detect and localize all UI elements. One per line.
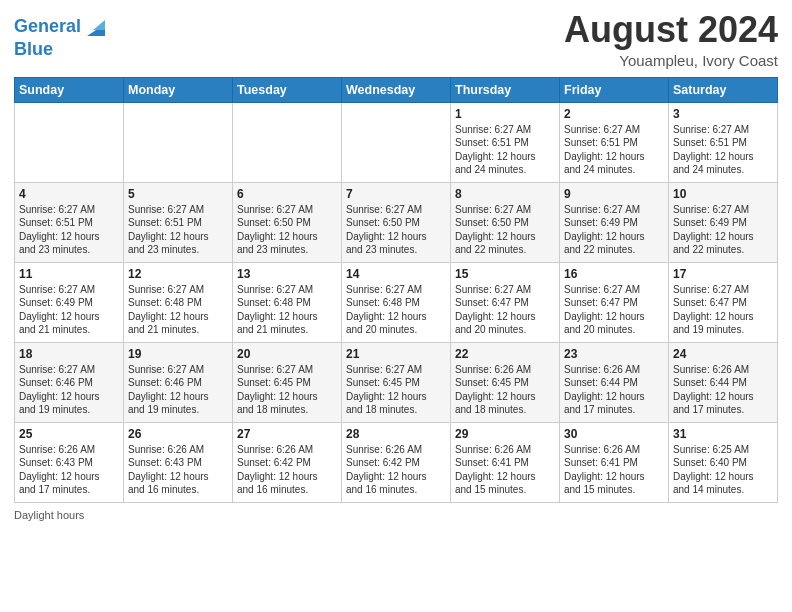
day-cell [233,102,342,182]
day-info: Sunrise: 6:27 AM Sunset: 6:51 PM Dayligh… [673,123,773,177]
day-info: Sunrise: 6:27 AM Sunset: 6:49 PM Dayligh… [19,283,119,337]
day-number: 19 [128,347,228,361]
day-cell: 11Sunrise: 6:27 AM Sunset: 6:49 PM Dayli… [15,262,124,342]
daylight-label: Daylight hours [14,509,84,521]
day-cell [124,102,233,182]
day-info: Sunrise: 6:27 AM Sunset: 6:48 PM Dayligh… [128,283,228,337]
day-info: Sunrise: 6:26 AM Sunset: 6:43 PM Dayligh… [19,443,119,497]
day-cell: 28Sunrise: 6:26 AM Sunset: 6:42 PM Dayli… [342,422,451,502]
day-cell: 2Sunrise: 6:27 AM Sunset: 6:51 PM Daylig… [560,102,669,182]
day-number: 11 [19,267,119,281]
day-cell: 19Sunrise: 6:27 AM Sunset: 6:46 PM Dayli… [124,342,233,422]
logo-blue-text: Blue [14,40,109,60]
day-number: 29 [455,427,555,441]
day-cell: 22Sunrise: 6:26 AM Sunset: 6:45 PM Dayli… [451,342,560,422]
day-number: 18 [19,347,119,361]
day-number: 10 [673,187,773,201]
col-header-monday: Monday [124,77,233,102]
day-info: Sunrise: 6:26 AM Sunset: 6:44 PM Dayligh… [564,363,664,417]
day-number: 27 [237,427,337,441]
day-cell: 13Sunrise: 6:27 AM Sunset: 6:48 PM Dayli… [233,262,342,342]
day-cell: 4Sunrise: 6:27 AM Sunset: 6:51 PM Daylig… [15,182,124,262]
day-cell: 26Sunrise: 6:26 AM Sunset: 6:43 PM Dayli… [124,422,233,502]
day-cell: 16Sunrise: 6:27 AM Sunset: 6:47 PM Dayli… [560,262,669,342]
day-number: 3 [673,107,773,121]
day-cell [15,102,124,182]
svg-marker-1 [93,20,105,30]
day-cell: 3Sunrise: 6:27 AM Sunset: 6:51 PM Daylig… [669,102,778,182]
day-info: Sunrise: 6:27 AM Sunset: 6:49 PM Dayligh… [673,203,773,257]
day-info: Sunrise: 6:26 AM Sunset: 6:42 PM Dayligh… [237,443,337,497]
day-number: 7 [346,187,446,201]
day-cell: 15Sunrise: 6:27 AM Sunset: 6:47 PM Dayli… [451,262,560,342]
day-info: Sunrise: 6:27 AM Sunset: 6:46 PM Dayligh… [19,363,119,417]
day-cell: 8Sunrise: 6:27 AM Sunset: 6:50 PM Daylig… [451,182,560,262]
calendar-page: General Blue August 2024 Youampleu, Ivor… [0,0,792,612]
day-number: 9 [564,187,664,201]
calendar-title: August 2024 [564,10,778,50]
day-cell: 31Sunrise: 6:25 AM Sunset: 6:40 PM Dayli… [669,422,778,502]
header: General Blue August 2024 Youampleu, Ivor… [14,10,778,69]
day-info: Sunrise: 6:27 AM Sunset: 6:48 PM Dayligh… [346,283,446,337]
day-cell: 24Sunrise: 6:26 AM Sunset: 6:44 PM Dayli… [669,342,778,422]
day-info: Sunrise: 6:27 AM Sunset: 6:50 PM Dayligh… [237,203,337,257]
day-info: Sunrise: 6:26 AM Sunset: 6:41 PM Dayligh… [564,443,664,497]
day-info: Sunrise: 6:27 AM Sunset: 6:45 PM Dayligh… [346,363,446,417]
day-cell: 12Sunrise: 6:27 AM Sunset: 6:48 PM Dayli… [124,262,233,342]
day-number: 25 [19,427,119,441]
day-number: 5 [128,187,228,201]
day-cell [342,102,451,182]
day-number: 12 [128,267,228,281]
day-cell: 7Sunrise: 6:27 AM Sunset: 6:50 PM Daylig… [342,182,451,262]
day-cell: 30Sunrise: 6:26 AM Sunset: 6:41 PM Dayli… [560,422,669,502]
day-info: Sunrise: 6:27 AM Sunset: 6:47 PM Dayligh… [564,283,664,337]
day-info: Sunrise: 6:26 AM Sunset: 6:42 PM Dayligh… [346,443,446,497]
day-cell: 27Sunrise: 6:26 AM Sunset: 6:42 PM Dayli… [233,422,342,502]
day-cell: 18Sunrise: 6:27 AM Sunset: 6:46 PM Dayli… [15,342,124,422]
week-row-1: 1Sunrise: 6:27 AM Sunset: 6:51 PM Daylig… [15,102,778,182]
day-info: Sunrise: 6:27 AM Sunset: 6:48 PM Dayligh… [237,283,337,337]
day-number: 23 [564,347,664,361]
col-header-thursday: Thursday [451,77,560,102]
day-cell: 9Sunrise: 6:27 AM Sunset: 6:49 PM Daylig… [560,182,669,262]
day-cell: 20Sunrise: 6:27 AM Sunset: 6:45 PM Dayli… [233,342,342,422]
day-cell: 5Sunrise: 6:27 AM Sunset: 6:51 PM Daylig… [124,182,233,262]
col-header-sunday: Sunday [15,77,124,102]
logo: General Blue [14,14,109,60]
day-number: 20 [237,347,337,361]
day-info: Sunrise: 6:27 AM Sunset: 6:50 PM Dayligh… [346,203,446,257]
logo-icon [83,14,109,40]
day-number: 31 [673,427,773,441]
col-header-tuesday: Tuesday [233,77,342,102]
day-number: 17 [673,267,773,281]
day-cell: 29Sunrise: 6:26 AM Sunset: 6:41 PM Dayli… [451,422,560,502]
week-row-3: 11Sunrise: 6:27 AM Sunset: 6:49 PM Dayli… [15,262,778,342]
day-info: Sunrise: 6:26 AM Sunset: 6:44 PM Dayligh… [673,363,773,417]
day-number: 16 [564,267,664,281]
day-info: Sunrise: 6:27 AM Sunset: 6:51 PM Dayligh… [564,123,664,177]
day-cell: 17Sunrise: 6:27 AM Sunset: 6:47 PM Dayli… [669,262,778,342]
day-number: 21 [346,347,446,361]
day-number: 26 [128,427,228,441]
day-number: 6 [237,187,337,201]
day-cell: 6Sunrise: 6:27 AM Sunset: 6:50 PM Daylig… [233,182,342,262]
day-number: 4 [19,187,119,201]
day-number: 24 [673,347,773,361]
day-info: Sunrise: 6:27 AM Sunset: 6:45 PM Dayligh… [237,363,337,417]
day-number: 30 [564,427,664,441]
calendar-table: SundayMondayTuesdayWednesdayThursdayFrid… [14,77,778,503]
day-cell: 21Sunrise: 6:27 AM Sunset: 6:45 PM Dayli… [342,342,451,422]
day-info: Sunrise: 6:26 AM Sunset: 6:43 PM Dayligh… [128,443,228,497]
day-info: Sunrise: 6:25 AM Sunset: 6:40 PM Dayligh… [673,443,773,497]
col-header-wednesday: Wednesday [342,77,451,102]
calendar-subtitle: Youampleu, Ivory Coast [564,52,778,69]
day-info: Sunrise: 6:27 AM Sunset: 6:51 PM Dayligh… [455,123,555,177]
day-number: 28 [346,427,446,441]
week-row-5: 25Sunrise: 6:26 AM Sunset: 6:43 PM Dayli… [15,422,778,502]
day-info: Sunrise: 6:27 AM Sunset: 6:49 PM Dayligh… [564,203,664,257]
week-row-2: 4Sunrise: 6:27 AM Sunset: 6:51 PM Daylig… [15,182,778,262]
day-cell: 25Sunrise: 6:26 AM Sunset: 6:43 PM Dayli… [15,422,124,502]
day-info: Sunrise: 6:27 AM Sunset: 6:46 PM Dayligh… [128,363,228,417]
footer: Daylight hours [14,509,778,521]
day-info: Sunrise: 6:27 AM Sunset: 6:51 PM Dayligh… [19,203,119,257]
